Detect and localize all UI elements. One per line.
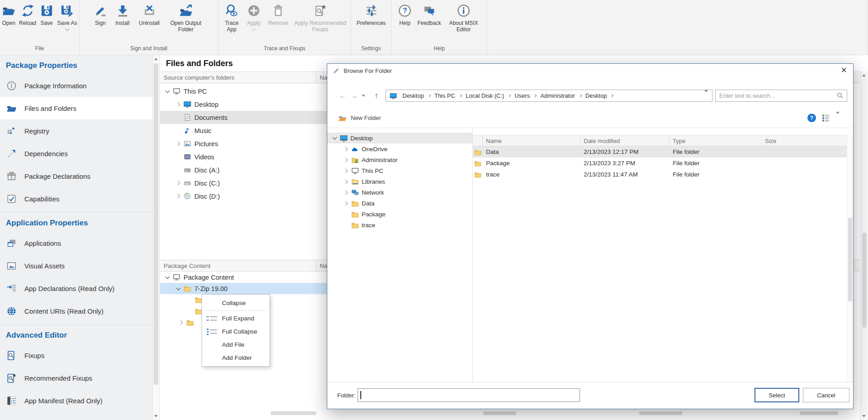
scrollbar-thumb[interactable] (862, 233, 867, 328)
chevron-down-icon[interactable] (163, 87, 172, 95)
breadcrumb-dropdown-icon[interactable] (704, 92, 708, 99)
chevron-right-icon[interactable] (174, 139, 183, 148)
chevron-right-icon[interactable] (342, 156, 350, 164)
chevron-right-icon[interactable] (174, 192, 183, 200)
chevron-right-icon[interactable] (342, 167, 350, 175)
scrollbar-down-arrow[interactable] (861, 412, 867, 420)
tree-item-7zip[interactable]: 7-Zip 19.00 (160, 283, 327, 294)
sign-button[interactable]: Sign (90, 3, 111, 27)
view-dropdown-icon[interactable] (836, 114, 840, 122)
breadcrumb-item-administrator[interactable]: Administrator (537, 92, 578, 99)
breadcrumb-item-desktop[interactable]: Desktop (399, 92, 427, 99)
feedback-button[interactable]: Feedback (415, 3, 444, 27)
menu-item-full-expand[interactable]: Full Expand (202, 312, 269, 325)
sidebar-item-recommended-fixups[interactable]: Recommended Fixups (0, 367, 152, 389)
chevron-down-icon[interactable] (163, 273, 172, 282)
sidebar-item-files-and-folders[interactable]: Files and Folders (0, 97, 152, 119)
tree-item-package-content-root[interactable]: Package Content (160, 272, 327, 283)
save-as-button[interactable]: Save As (55, 3, 79, 31)
apply-recommended-fixups-button[interactable]: Apply Recommended Fixups (292, 3, 349, 33)
chevron-right-icon[interactable] (508, 94, 511, 97)
chevron-right-icon[interactable] (610, 94, 613, 97)
chevron-down-icon[interactable] (330, 134, 339, 143)
dialog-tree-item-data[interactable]: Data (327, 198, 472, 209)
scrollbar-thumb[interactable] (154, 63, 158, 385)
search-icon[interactable] (837, 92, 844, 99)
tree-item-disc-a[interactable]: Disc (A:) (160, 163, 327, 177)
forward-arrow-icon[interactable]: → (351, 90, 358, 102)
dialog-tree-item-trace[interactable]: trace (327, 220, 472, 230)
chevron-right-icon[interactable] (459, 94, 462, 97)
list-row-data[interactable]: Data 2/13/2023 12:17 PM File folder (473, 146, 847, 158)
date-modified-column-header[interactable]: Date modified (580, 136, 670, 146)
apply-button[interactable]: Apply (243, 3, 265, 31)
history-dropdown-icon[interactable] (362, 90, 365, 102)
chevron-right-icon[interactable] (174, 100, 183, 109)
dialog-tree-item-onedrive[interactable]: OneDrive (327, 143, 472, 154)
menu-item-collapse[interactable]: Collapse (202, 296, 269, 310)
about-msix-editor-button[interactable]: About MSIX Editor (444, 3, 483, 33)
tree-item-this-pc[interactable]: This PC (160, 85, 327, 98)
sidebar-item-package-information[interactable]: Package Information (0, 74, 152, 97)
folder-input[interactable] (358, 388, 580, 402)
chevron-down-icon[interactable] (65, 27, 70, 31)
chevron-right-icon[interactable] (342, 145, 350, 153)
size-column-header[interactable]: Size (762, 136, 847, 146)
new-folder-button[interactable]: New Folder (338, 114, 381, 122)
chevron-right-icon[interactable] (428, 94, 431, 97)
sidebar-item-app-manifest[interactable]: App Manifest (Read Only) (0, 389, 152, 412)
list-row-trace[interactable]: trace 2/13/2023 11:47 AM File folder (473, 169, 847, 180)
sidebar-item-applications[interactable]: Applications (0, 232, 152, 254)
sidebar-item-app-declarations[interactable]: App Declarations (Read Only) (0, 277, 152, 300)
tree-item-pictures[interactable]: Pictures (160, 137, 327, 150)
main-grid-scrollbar[interactable] (860, 72, 868, 420)
chevron-right-icon[interactable] (342, 177, 350, 186)
reload-button[interactable]: Reload (17, 3, 38, 27)
scrollbar-up-arrow[interactable] (153, 55, 159, 63)
up-arrow-icon[interactable]: ↑ (374, 90, 378, 102)
tree-item-documents[interactable]: Documents (160, 111, 327, 124)
breadcrumb-item-desktop-current[interactable]: Desktop (582, 92, 610, 99)
help-button[interactable]: Help (396, 3, 415, 27)
sidebar-scrollbar[interactable] (152, 55, 160, 420)
menu-item-add-file[interactable]: Add File (202, 338, 269, 351)
chevron-right-icon[interactable] (342, 199, 350, 208)
sidebar-item-package-declarations[interactable]: Package Declarations (0, 165, 152, 187)
sidebar-item-capabilities[interactable]: Capabilities (0, 187, 152, 210)
help-icon[interactable]: ? (807, 114, 816, 122)
dialog-title-bar[interactable]: Browse For Folder (327, 64, 853, 77)
menu-item-full-collapse[interactable]: Full Collapse (202, 325, 269, 338)
chevron-right-icon[interactable] (174, 179, 183, 187)
tree-item-disc-d[interactable]: Disc (D:) (160, 190, 327, 203)
icon-column-header[interactable] (473, 136, 483, 146)
dialog-tree-item-network[interactable]: Network (327, 187, 472, 198)
chevron-right-icon[interactable] (177, 318, 185, 327)
view-details-icon[interactable] (822, 114, 830, 122)
chevron-right-icon[interactable] (579, 94, 582, 97)
breadcrumb-item-this-pc[interactable]: This PC (431, 92, 458, 99)
back-arrow-icon[interactable]: ← (339, 90, 346, 102)
type-column-header[interactable]: Type (670, 136, 762, 146)
install-button[interactable]: Install (111, 3, 134, 27)
sidebar-item-fixups[interactable]: Fixups (0, 344, 152, 367)
list-scrollbar[interactable] (847, 135, 853, 382)
scrollbar-thumb[interactable] (848, 218, 852, 301)
scrollbar-down-arrow[interactable] (153, 412, 159, 420)
remove-button[interactable]: Remove (265, 3, 292, 27)
breadcrumb-item-local-disk-c[interactable]: Local Disk (C:) (462, 92, 507, 99)
chevron-right-icon[interactable] (533, 94, 537, 97)
sidebar-item-registry[interactable]: Registry (0, 119, 152, 142)
dialog-tree-item-package[interactable]: Package (327, 209, 472, 220)
chevron-right-icon[interactable] (342, 188, 350, 197)
tree-item-disc-c[interactable]: Disc (C:) (160, 177, 327, 190)
dialog-tree-item-this-pc[interactable]: This PC (327, 165, 472, 176)
search-input[interactable] (716, 90, 837, 101)
tree-item-desktop[interactable]: Desktop (160, 98, 327, 111)
close-icon[interactable]: × (841, 65, 847, 75)
trace-app-button[interactable]: Trace App (221, 3, 243, 33)
save-button[interactable]: Save (38, 3, 55, 27)
dialog-tree-item-desktop[interactable]: Desktop (327, 133, 472, 143)
chevron-down-icon[interactable] (174, 284, 183, 293)
dialog-tree-item-libraries[interactable]: Libraries (327, 176, 472, 187)
sidebar-item-content-uris[interactable]: Content URIs (Read Only) (0, 300, 152, 322)
